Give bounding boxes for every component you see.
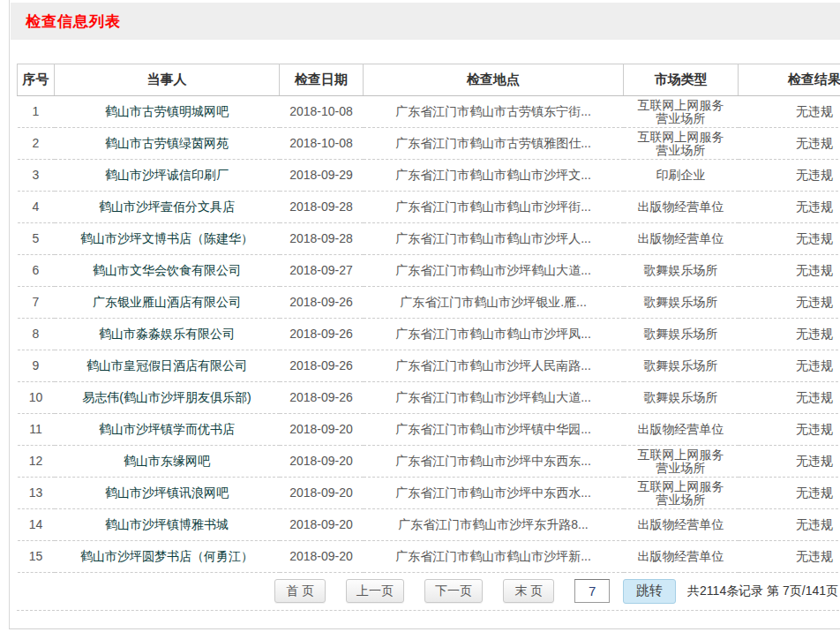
table-row: 10 易志伟(鹤山市沙坪朋友俱乐部) 2018-09-26 广东省江门市鹤山市沙… — [18, 382, 840, 414]
party-link[interactable]: 鹤山市文华会饮食有限公司 — [93, 263, 241, 277]
cell-market-type: 出版物经营单位 — [624, 509, 739, 541]
page-title: 检查信息列表 — [26, 11, 121, 32]
cell-market-type: 歌舞娱乐场所 — [624, 255, 739, 287]
cell-index: 15 — [18, 541, 55, 573]
party-link[interactable]: 鹤山市沙坪镇博雅书城 — [105, 517, 229, 531]
cell-date: 2018-09-28 — [280, 192, 364, 223]
party-link[interactable]: 鹤山市古劳镇明城网吧 — [105, 104, 229, 118]
cell-result: 无违规 — [739, 223, 840, 255]
cell-result: 无违规 — [739, 478, 840, 509]
cell-result: 无违规 — [739, 446, 840, 478]
cell-location: 广东省江门市鹤山市鹤山市沙坪人... — [364, 223, 624, 255]
cell-location: 广东省江门市鹤山市鹤山市沙坪新... — [364, 541, 624, 573]
cell-market-type: 歌舞娱乐场所 — [624, 319, 739, 350]
table-row: 13 鹤山市沙坪镇讯浪网吧 2018-09-20 广东省江门市鹤山市沙坪中东西水… — [18, 478, 840, 509]
cell-index: 14 — [18, 509, 55, 541]
party-link[interactable]: 鹤山市沙坪壹佰分文具店 — [99, 199, 235, 214]
cell-location: 广东省江门市鹤山市沙坪银业.雁... — [364, 287, 624, 319]
cell-location: 广东省江门市鹤山市古劳镇东宁街... — [364, 96, 624, 128]
cell-date: 2018-09-26 — [280, 287, 364, 319]
cell-market-type: 印刷企业 — [624, 160, 739, 192]
table-row: 6 鹤山市文华会饮食有限公司 2018-09-27 广东省江门市鹤山市沙坪鹤山大… — [18, 255, 840, 287]
cell-location: 广东省江门市鹤山市沙坪中东西水... — [364, 478, 624, 509]
table-container: 序号 当事人 检查日期 检查地点 市场类型 检查结果 1 鹤山市古劳镇明城网吧 … — [17, 64, 840, 573]
party-link[interactable]: 鹤山市古劳镇绿茵网苑 — [105, 136, 229, 150]
cell-result: 无违规 — [739, 287, 840, 319]
party-link[interactable]: 鹤山市淼淼娱乐有限公司 — [99, 327, 235, 341]
cell-date: 2018-09-26 — [280, 319, 364, 350]
party-link[interactable]: 鹤山市沙坪镇学而优书店 — [99, 422, 235, 436]
cell-index: 9 — [18, 350, 55, 382]
cell-date: 2018-10-08 — [280, 96, 364, 128]
jump-button[interactable]: 跳转 — [623, 579, 676, 604]
cell-index: 12 — [18, 446, 55, 478]
cell-date: 2018-09-20 — [280, 509, 364, 541]
cell-location: 广东省江门市鹤山市沙坪鹤山大道... — [364, 255, 624, 287]
party-link[interactable]: 鹤山市沙坪镇讯浪网吧 — [105, 485, 229, 500]
col-header-result: 检查结果 — [739, 64, 840, 96]
col-header-date: 检查日期 — [280, 64, 364, 96]
cell-index: 13 — [18, 478, 55, 509]
cell-location: 广东省江门市鹤山市沙坪东升路8... — [364, 509, 624, 541]
page-header: 检查信息列表 — [11, 3, 840, 40]
cell-index: 3 — [18, 160, 55, 192]
party-link[interactable]: 鹤山市东缘网吧 — [124, 454, 210, 468]
table-row: 12 鹤山市东缘网吧 2018-09-20 广东省江门市鹤山市沙坪中东西东...… — [18, 446, 840, 478]
next-page-button[interactable]: 下一页 — [424, 579, 483, 603]
cell-market-type: 歌舞娱乐场所 — [624, 382, 739, 414]
party-link[interactable]: 鹤山市沙坪诚信印刷厂 — [105, 168, 229, 182]
cell-index: 2 — [18, 128, 55, 160]
cell-market-type: 出版物经营单位 — [624, 223, 739, 255]
cell-location: 广东省江门市鹤山市鹤山市沙坪街... — [364, 192, 624, 223]
cell-result: 无违规 — [739, 350, 840, 382]
col-header-party: 当事人 — [55, 64, 280, 96]
cell-market-type: 互联网上网服务营业场所 — [624, 128, 739, 160]
page-number-input[interactable] — [574, 579, 610, 603]
table-row: 11 鹤山市沙坪镇学而优书店 2018-09-20 广东省江门市鹤山市沙坪镇中华… — [18, 414, 840, 446]
record-count-summary: 共2114条记录 第 7页/141页 — [687, 583, 838, 599]
last-page-button[interactable]: 末 页 — [503, 579, 554, 603]
cell-index: 6 — [18, 255, 55, 287]
table-row: 8 鹤山市淼淼娱乐有限公司 2018-09-26 广东省江门市鹤山市鹤山市沙坪凤… — [18, 319, 840, 350]
cell-market-type: 歌舞娱乐场所 — [624, 287, 739, 319]
table-row: 4 鹤山市沙坪壹佰分文具店 2018-09-28 广东省江门市鹤山市鹤山市沙坪街… — [18, 192, 840, 223]
cell-market-type: 出版物经营单位 — [624, 541, 739, 573]
cell-index: 1 — [18, 96, 55, 128]
cell-date: 2018-10-08 — [280, 128, 364, 160]
cell-date: 2018-09-27 — [280, 255, 364, 287]
cell-date: 2018-09-26 — [280, 382, 364, 414]
cell-index: 10 — [18, 382, 55, 414]
table-row: 14 鹤山市沙坪镇博雅书城 2018-09-20 广东省江门市鹤山市沙坪东升路8… — [18, 509, 840, 541]
prev-page-button[interactable]: 上一页 — [346, 579, 404, 603]
cell-result: 无违规 — [739, 192, 840, 223]
table-row: 15 鹤山市沙坪圆梦书店（何勇江） 2018-09-20 广东省江门市鹤山市鹤山… — [18, 541, 840, 573]
cell-market-type: 互联网上网服务营业场所 — [624, 96, 739, 128]
cell-location: 广东省江门市鹤山市沙坪中东西东... — [364, 446, 624, 478]
cell-index: 5 — [18, 223, 55, 255]
cell-market-type: 出版物经营单位 — [624, 414, 739, 446]
cell-result: 无违规 — [739, 128, 840, 160]
party-link[interactable]: 鹤山市沙坪文博书店（陈建华） — [80, 231, 253, 245]
party-link[interactable]: 易志伟(鹤山市沙坪朋友俱乐部) — [82, 390, 251, 404]
col-header-location: 检查地点 — [364, 64, 624, 96]
party-link[interactable]: 广东银业雁山酒店有限公司 — [93, 295, 241, 309]
table-row: 3 鹤山市沙坪诚信印刷厂 2018-09-29 广东省江门市鹤山市鹤山市沙坪文.… — [18, 160, 840, 192]
cell-date: 2018-09-20 — [280, 541, 364, 573]
cell-market-type: 出版物经营单位 — [624, 192, 739, 223]
cell-date: 2018-09-29 — [280, 160, 364, 192]
party-link[interactable]: 鹤山市沙坪圆梦书店（何勇江） — [80, 549, 253, 563]
cell-result: 无违规 — [739, 414, 840, 446]
first-page-button[interactable]: 首 页 — [274, 579, 326, 603]
col-header-type: 市场类型 — [624, 64, 739, 96]
cell-location: 广东省江门市鹤山市沙坪鹤山大道... — [364, 382, 624, 414]
cell-market-type: 互联网上网服务营业场所 — [624, 446, 739, 478]
inspection-table: 序号 当事人 检查日期 检查地点 市场类型 检查结果 1 鹤山市古劳镇明城网吧 … — [17, 64, 840, 573]
cell-result: 无违规 — [739, 541, 840, 573]
pagination-bar: 首 页 上一页 下一页 末 页 跳转 共2114条记录 第 7页/141页 — [17, 572, 840, 611]
cell-date: 2018-09-20 — [280, 414, 364, 446]
table-row: 1 鹤山市古劳镇明城网吧 2018-10-08 广东省江门市鹤山市古劳镇东宁街.… — [18, 96, 840, 128]
cell-index: 11 — [18, 414, 55, 446]
table-row: 2 鹤山市古劳镇绿茵网苑 2018-10-08 广东省江门市鹤山市古劳镇雅图仕.… — [18, 128, 840, 160]
party-link[interactable]: 鹤山市皇冠假日酒店有限公司 — [86, 358, 247, 372]
table-row: 9 鹤山市皇冠假日酒店有限公司 2018-09-26 广东省江门市鹤山市沙坪人民… — [18, 350, 840, 382]
